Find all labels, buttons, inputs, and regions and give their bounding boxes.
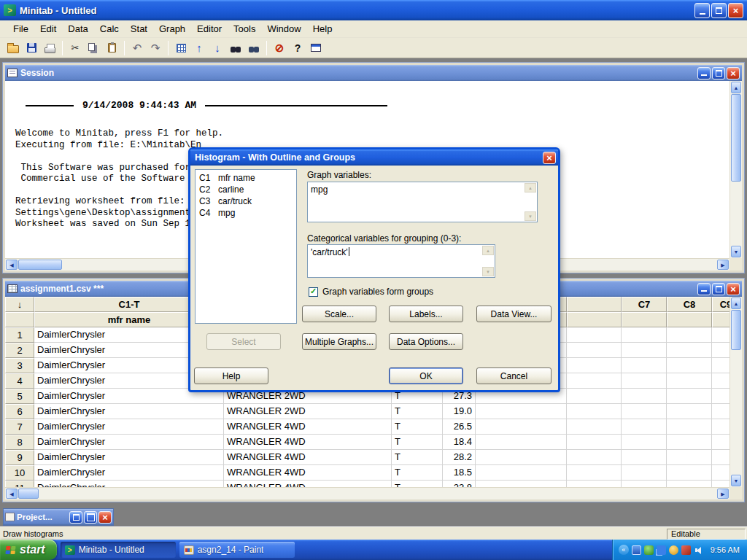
- menu-stat[interactable]: Stat: [125, 21, 153, 36]
- column-header-c6[interactable]: [567, 297, 622, 312]
- tray-network-icon[interactable]: [657, 545, 666, 555]
- paste-icon[interactable]: [103, 40, 120, 56]
- project-window-minimized[interactable]: Project...: [3, 508, 114, 526]
- entry-direction-cell[interactable]: ↓: [5, 297, 34, 312]
- row-number[interactable]: 3: [5, 358, 34, 373]
- grid-cell[interactable]: [622, 450, 667, 465]
- grid-cell[interactable]: WRANGLER 4WD: [224, 481, 392, 487]
- row-number[interactable]: 4: [5, 373, 34, 389]
- grid-cell[interactable]: 19.0: [443, 404, 476, 419]
- variable-list-item[interactable]: C4 mpg: [196, 207, 296, 219]
- row-number[interactable]: 10: [5, 465, 34, 481]
- grid-cell[interactable]: DaimlerChrysler: [34, 465, 224, 481]
- tray-messenger-icon[interactable]: [681, 545, 691, 555]
- vertical-scrollbar[interactable]: [729, 81, 742, 258]
- grid-cell[interactable]: T: [392, 465, 443, 481]
- variable-list-item[interactable]: C3 car/truck: [196, 195, 296, 207]
- variable-name-c6[interactable]: [567, 312, 622, 327]
- open-icon[interactable]: [4, 40, 22, 56]
- grid-cell[interactable]: [622, 358, 667, 373]
- scroll-thumb[interactable]: [18, 260, 62, 270]
- grid-cell[interactable]: [667, 435, 712, 450]
- scroll-up-icon[interactable]: [731, 298, 741, 309]
- restore-button[interactable]: [69, 511, 82, 524]
- row-number[interactable]: 2: [5, 343, 34, 358]
- grid-cell[interactable]: [476, 465, 567, 481]
- grid-cell[interactable]: WRANGLER 4WD: [224, 419, 392, 435]
- grid-cell[interactable]: DaimlerChrysler: [34, 404, 224, 419]
- grid-cell[interactable]: [476, 450, 567, 465]
- taskbar-item-minitab[interactable]: Minitab - Untitled: [61, 542, 176, 558]
- grid-cell[interactable]: [476, 419, 567, 435]
- scroll-thumb[interactable]: [731, 310, 741, 350]
- grid-cell[interactable]: [667, 343, 712, 358]
- restore-button[interactable]: [711, 3, 727, 18]
- grid-cell[interactable]: WRANGLER 4WD: [224, 450, 392, 465]
- grid-cell[interactable]: [622, 404, 667, 419]
- multiple-graphs-button[interactable]: Multiple Graphs...: [302, 333, 376, 350]
- restore-button[interactable]: [712, 67, 725, 79]
- grid-cell[interactable]: [667, 450, 712, 465]
- grid-cell[interactable]: [667, 327, 712, 343]
- graph-vars-form-groups-checkbox[interactable]: Graph variables form groups: [309, 287, 433, 297]
- scroll-down-icon[interactable]: [525, 211, 536, 221]
- close-button[interactable]: [98, 511, 112, 524]
- row-number[interactable]: 1: [5, 327, 34, 343]
- scroll-left-icon[interactable]: [6, 489, 18, 499]
- redo-icon[interactable]: [147, 40, 164, 56]
- close-button[interactable]: [727, 283, 740, 295]
- row-number[interactable]: 11: [5, 481, 34, 487]
- categorical-variables-input[interactable]: 'car/truck': [307, 244, 495, 278]
- grid-cell[interactable]: [667, 389, 712, 404]
- column-header-c7[interactable]: C7: [622, 297, 667, 312]
- minimize-button[interactable]: [697, 283, 711, 295]
- help-button[interactable]: Help: [194, 368, 268, 384]
- help-icon[interactable]: [289, 40, 306, 56]
- grid-cell[interactable]: DaimlerChrysler: [34, 450, 224, 465]
- grid-cell[interactable]: [567, 358, 622, 373]
- edit-last-dialog-icon[interactable]: [307, 40, 325, 56]
- taskbar-item-paint[interactable]: asgn2_14 - Paint: [179, 542, 295, 558]
- grid-cell[interactable]: 18.5: [443, 465, 476, 481]
- grid-cell[interactable]: [567, 465, 622, 481]
- grid-cell[interactable]: [667, 419, 712, 435]
- graph-variables-input[interactable]: mpg: [307, 182, 538, 222]
- menu-window[interactable]: Window: [261, 21, 306, 36]
- grid-cell[interactable]: DaimlerChrysler: [34, 481, 224, 487]
- restore-button[interactable]: [712, 283, 725, 295]
- scroll-up-icon[interactable]: [731, 82, 741, 93]
- grid-cell[interactable]: WRANGLER 4WD: [224, 435, 392, 450]
- grid-cell[interactable]: [667, 373, 712, 389]
- grid-cell[interactable]: [622, 419, 667, 435]
- grid-cell[interactable]: [567, 481, 622, 487]
- row-number[interactable]: 5: [5, 389, 34, 404]
- minimize-button[interactable]: [697, 67, 711, 79]
- grid-cell[interactable]: [667, 404, 712, 419]
- grid-cell[interactable]: [567, 450, 622, 465]
- grid-cell[interactable]: [567, 389, 622, 404]
- grid-cell[interactable]: [567, 327, 622, 343]
- session-titlebar[interactable]: Session: [5, 65, 742, 81]
- scroll-left-icon[interactable]: [6, 260, 18, 270]
- grid-cell[interactable]: [622, 373, 667, 389]
- grid-cell[interactable]: [667, 358, 712, 373]
- start-button[interactable]: start: [0, 540, 57, 560]
- name-header-cell[interactable]: [5, 312, 34, 327]
- menu-file[interactable]: File: [7, 21, 34, 36]
- grid-cell[interactable]: 26.5: [443, 419, 476, 435]
- grid-cell[interactable]: DaimlerChrysler: [34, 419, 224, 435]
- grid-cell[interactable]: [712, 358, 729, 373]
- grid-cell[interactable]: T: [392, 419, 443, 435]
- close-button[interactable]: [727, 67, 740, 79]
- scale-button[interactable]: Scale...: [302, 306, 376, 322]
- menu-graph[interactable]: Graph: [153, 21, 191, 36]
- dialog-close-button[interactable]: [543, 152, 556, 164]
- grid-cell[interactable]: [712, 419, 729, 435]
- menu-help[interactable]: Help: [307, 21, 338, 36]
- cancel-icon[interactable]: [271, 40, 288, 56]
- scroll-right-icon[interactable]: [717, 260, 729, 270]
- row-number[interactable]: 7: [5, 419, 34, 435]
- variable-list-item[interactable]: C2 carline: [196, 184, 296, 195]
- find-icon[interactable]: [227, 40, 244, 56]
- grid-cell[interactable]: WRANGLER 4WD: [224, 465, 392, 481]
